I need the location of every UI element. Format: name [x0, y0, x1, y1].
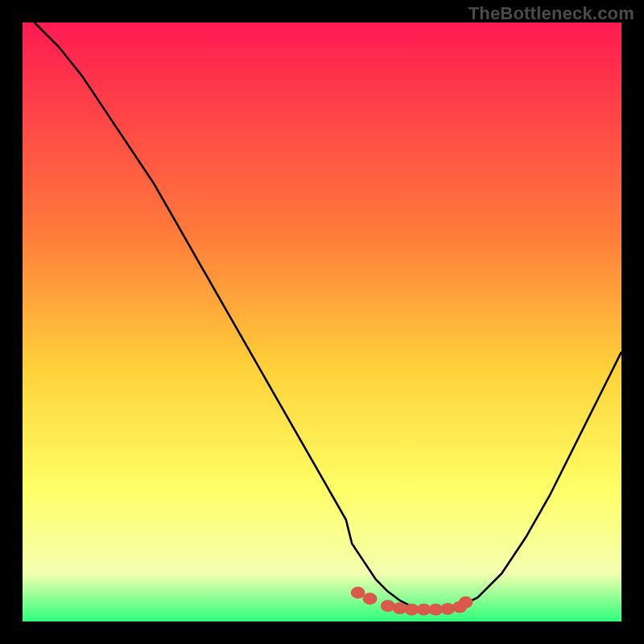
watermark-text: TheBottleneck.com	[469, 3, 634, 24]
marker-point	[405, 604, 418, 614]
marker-point	[459, 597, 472, 607]
marker-point	[363, 593, 376, 604]
marker-point	[394, 603, 407, 613]
chart-frame: TheBottleneck.com	[0, 0, 644, 644]
heatmap-background	[23, 23, 621, 621]
marker-point	[417, 604, 430, 614]
marker-point	[382, 601, 394, 611]
marker-point	[429, 604, 442, 614]
marker-point	[351, 588, 364, 598]
marker-point	[441, 604, 454, 614]
bottleneck-chart	[23, 23, 621, 621]
